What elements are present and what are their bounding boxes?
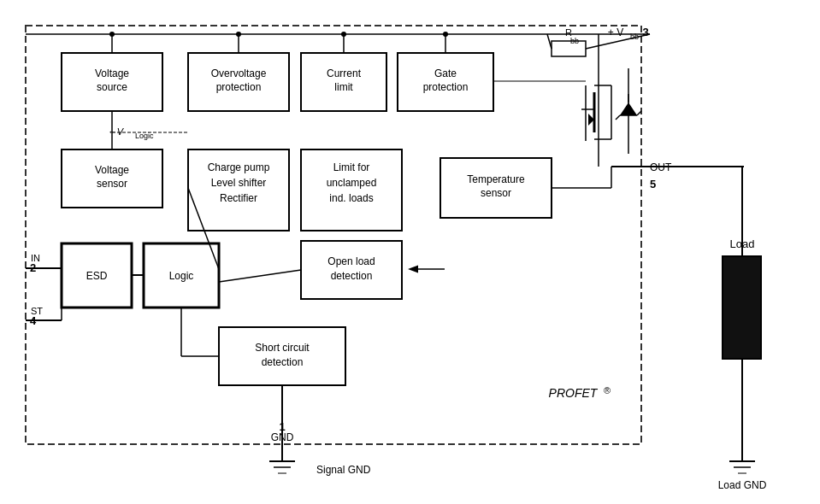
in-label: IN xyxy=(31,253,40,263)
voltage-source-label: Voltage xyxy=(95,67,129,79)
zener-triangle xyxy=(620,103,637,115)
dot4 xyxy=(443,32,448,37)
circuit-diagram: Voltage source Overvoltage protection Cu… xyxy=(0,0,820,504)
voltage-sensor-label1: Voltage xyxy=(95,164,129,176)
current-limit-label2: limit xyxy=(334,81,353,93)
st-label: ST xyxy=(31,306,43,316)
profet-label: PROFET xyxy=(549,386,599,400)
signal-gnd-label: Signal GND xyxy=(316,464,371,476)
logic-label: Logic xyxy=(169,270,194,282)
short-circuit-label2: detection xyxy=(262,356,304,368)
voltage-sensor-label2: sensor xyxy=(97,178,127,190)
load-gnd-text: Load GND xyxy=(718,479,767,491)
rbb-resistor xyxy=(552,41,586,56)
limit-label3: ind. loads xyxy=(329,192,373,204)
vlogic-label: ←V xyxy=(108,126,125,137)
logic-ol-line xyxy=(219,270,301,282)
pin3-label: 3 xyxy=(642,26,648,38)
open-load-label1: Open load xyxy=(327,255,375,267)
gate-protection-label1: Gate xyxy=(434,67,457,79)
diagram-container: Voltage source Overvoltage protection Cu… xyxy=(0,0,820,504)
pin5-label: 5 xyxy=(650,178,656,190)
temp-label2: sensor xyxy=(481,187,511,199)
charge-pump-label3: Rectifier xyxy=(220,192,257,204)
charge-pump-label2: Level shifter xyxy=(211,177,267,189)
open-load-label2: detection xyxy=(331,270,373,282)
limit-label2: unclamped xyxy=(327,177,377,189)
dot3 xyxy=(341,32,346,37)
limit-label1: Limit for xyxy=(333,161,370,173)
rbb-sub: bb xyxy=(570,37,579,45)
current-limit-label1: Current xyxy=(327,67,362,79)
temp-label1: Temperature xyxy=(467,173,525,185)
charge-pump-label1: Charge pump xyxy=(208,161,270,173)
voltage-source-label2: source xyxy=(97,81,127,93)
overvoltage-label1: Overvoltage xyxy=(211,67,267,79)
dot2 xyxy=(236,32,241,37)
esd-label: ESD xyxy=(86,270,108,282)
dot1 xyxy=(109,32,115,37)
vbb-label: + V xyxy=(608,26,623,38)
load-resistor xyxy=(723,256,761,359)
zener-k1 xyxy=(616,115,620,120)
overvoltage-label2: protection xyxy=(216,81,262,93)
gate-protection-label2: protection xyxy=(423,81,469,93)
profet-reg: ® xyxy=(604,385,611,396)
short-circuit-label1: Short circuit xyxy=(255,342,310,354)
